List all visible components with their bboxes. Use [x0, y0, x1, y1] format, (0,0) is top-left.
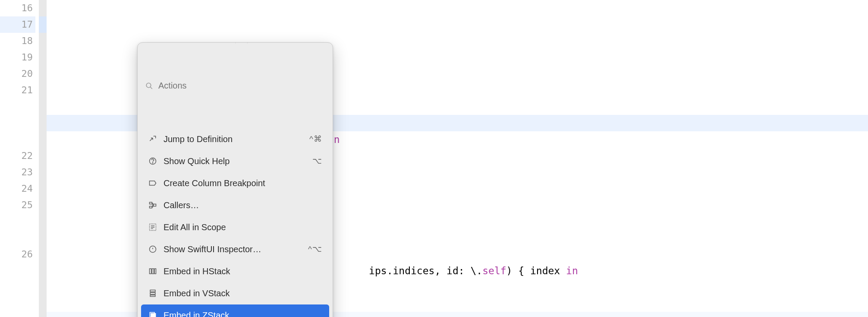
line-number: 24 [0, 181, 35, 197]
actions-popover: Jump to Definition^⌘Show Quick Help⌥Crea… [137, 42, 333, 317]
inspector-icon [148, 244, 157, 254]
svg-rect-13 [150, 292, 155, 294]
line-number: 18 [0, 33, 35, 49]
actions-search-row [138, 76, 333, 95]
actions-search-input[interactable] [158, 81, 326, 91]
menu-item-editall[interactable]: Edit All in Scope [141, 216, 329, 238]
code-area[interactable]: var body: some View { GeometryReader { o… [47, 0, 868, 317]
hstack-icon [148, 266, 157, 276]
line-number: 22 [0, 148, 35, 164]
line-number: 23 [0, 164, 35, 181]
menu-item-shortcut: ^⌥ [308, 241, 322, 257]
vstack-icon [148, 288, 157, 298]
svg-line-1 [150, 87, 152, 89]
svg-rect-10 [152, 269, 154, 274]
line-number: 16 [0, 0, 35, 16]
zstack-icon [148, 311, 157, 317]
svg-rect-16 [150, 312, 154, 317]
menu-item-shortcut: ^⌘ [309, 131, 322, 147]
menu-item-label: Embed in HStack [164, 263, 230, 279]
menu-item-label: Embed in VStack [164, 285, 230, 301]
menu-item-label: Show Quick Help [164, 153, 230, 169]
callers-icon [148, 200, 157, 210]
menu-item-label: Show SwiftUI Inspector… [164, 241, 261, 257]
svg-rect-4 [150, 202, 152, 204]
menu-item-hstack[interactable]: Embed in HStack [141, 260, 329, 282]
svg-rect-12 [150, 290, 155, 292]
jump-icon [148, 134, 157, 144]
line-number: 20 [0, 66, 35, 82]
gutter: 16 17 18 19 20 21 22 23 24 25 26 [0, 0, 39, 317]
line-number: 21 [0, 82, 35, 148]
svg-rect-11 [154, 269, 156, 274]
line-number: 26 [0, 246, 35, 263]
svg-rect-9 [150, 269, 151, 274]
line-number: 25 [0, 197, 35, 246]
menu-item-callers[interactable]: Callers… [141, 194, 329, 216]
menu-item-label: Embed in ZStack [164, 307, 229, 317]
menu-item-label: Edit All in Scope [164, 219, 226, 235]
svg-rect-6 [154, 204, 156, 206]
search-icon [145, 81, 154, 91]
code-editor: 16 17 18 19 20 21 22 23 24 25 26 var bod… [0, 0, 868, 317]
menu-item-label: Create Column Breakpoint [164, 175, 265, 191]
menu-item-help[interactable]: Show Quick Help⌥ [141, 150, 329, 172]
svg-point-3 [152, 163, 153, 163]
help-icon [148, 156, 157, 166]
menu-item-shortcut: ⌥ [312, 153, 322, 169]
breakpoint-icon [148, 178, 157, 188]
menu-item-label: Callers… [164, 197, 199, 213]
svg-rect-5 [150, 206, 152, 208]
menu-item-vstack[interactable]: Embed in VStack [141, 282, 329, 304]
svg-point-0 [146, 83, 151, 88]
menu-item-zstack[interactable]: Embed in ZStack [141, 304, 329, 317]
editall-icon [148, 222, 157, 232]
menu-item-jump[interactable]: Jump to Definition^⌘ [141, 128, 329, 150]
menu-item-label: Jump to Definition [164, 131, 233, 147]
menu-item-breakpoint[interactable]: Create Column Breakpoint [141, 172, 329, 194]
line-number: 19 [0, 49, 35, 66]
svg-rect-14 [150, 295, 155, 296]
fold-ribbon[interactable] [39, 0, 47, 317]
menu-item-inspector[interactable]: Show SwiftUI Inspector…^⌥ [141, 238, 329, 260]
line-number: 17 [0, 16, 35, 33]
